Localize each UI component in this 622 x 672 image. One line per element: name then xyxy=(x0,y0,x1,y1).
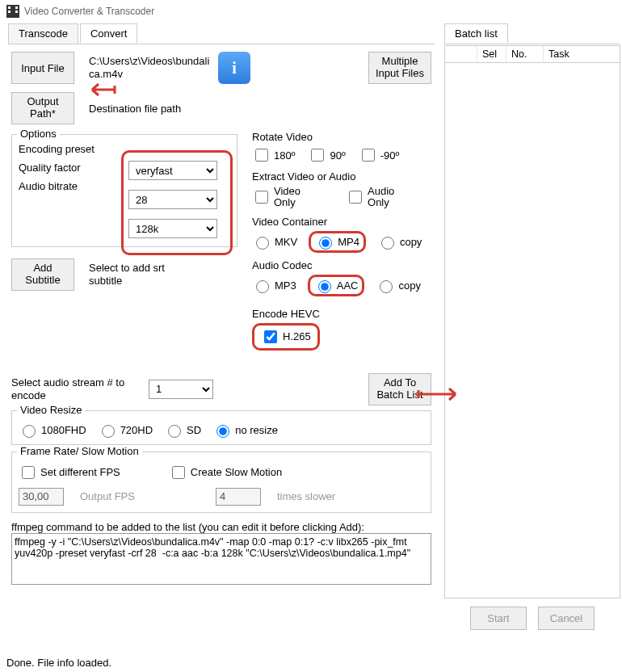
multiple-input-button[interactable]: Multiple Input Files xyxy=(368,52,431,84)
svg-rect-4 xyxy=(15,10,18,13)
quality-factor-select[interactable]: 28 xyxy=(128,190,217,209)
encoding-preset-select[interactable]: veryfast xyxy=(128,161,217,180)
start-button[interactable]: Start xyxy=(470,607,527,630)
framerate-legend: Frame Rate/ Slow Motion xyxy=(17,445,142,457)
times-slower-label: times slower xyxy=(277,490,335,502)
add-subtitle-button[interactable]: Add Subtitle xyxy=(11,258,74,291)
annotation-options-box: veryfast 28 128k xyxy=(121,150,233,255)
rotate-180-check[interactable] xyxy=(255,149,268,162)
status-bar: Done. File info loaded. xyxy=(0,653,622,672)
annotation-arrow-input xyxy=(84,81,116,99)
h265-check[interactable] xyxy=(264,330,277,343)
svg-rect-3 xyxy=(15,6,18,9)
main-tabs: Transcode Convert xyxy=(8,23,435,44)
resize-none-radio[interactable] xyxy=(216,425,229,438)
output-fps-label: Output FPS xyxy=(80,490,135,502)
title-bar: Video Converter & Transcoder xyxy=(0,0,622,23)
tab-convert[interactable]: Convert xyxy=(80,23,138,44)
fps-input[interactable] xyxy=(19,488,64,506)
input-file-button[interactable]: Input File xyxy=(11,52,74,84)
info-icon[interactable]: i xyxy=(218,52,250,84)
container-mp4-radio[interactable] xyxy=(319,237,332,250)
cancel-button[interactable]: Cancel xyxy=(538,607,595,630)
video-container-label: Video Container xyxy=(252,216,430,228)
app-icon xyxy=(6,5,19,18)
ffmpeg-hint: ffmpeg command to be added to the list (… xyxy=(11,521,431,533)
codec-mp3-radio[interactable] xyxy=(256,280,269,293)
audio-stream-label: Select audio stream # to encode xyxy=(11,376,132,401)
framerate-group: Frame Rate/ Slow Motion Set different FP… xyxy=(11,452,431,513)
audio-codec-label: Audio Codec xyxy=(252,259,430,271)
batch-table: Sel No. Task xyxy=(444,45,620,598)
quality-factor-label: Quality factor xyxy=(19,162,116,174)
ffmpeg-command-input[interactable]: ffmpeg -y -i "C:\Users\z\Videos\bundalic… xyxy=(11,533,431,585)
tab-batch-list[interactable]: Batch list xyxy=(444,23,508,44)
batch-col-no[interactable]: No. xyxy=(506,46,544,62)
options-legend: Options xyxy=(17,128,60,140)
resize-720-radio[interactable] xyxy=(102,425,115,438)
rotate-label: Rotate Video xyxy=(252,131,430,143)
slow-motion-check[interactable] xyxy=(172,466,185,479)
container-copy-radio[interactable] xyxy=(381,237,394,250)
resize-sd-radio[interactable] xyxy=(168,425,181,438)
encode-hevc-label: Encode HEVC xyxy=(252,308,430,320)
svg-rect-2 xyxy=(8,10,11,13)
input-file-path: C:\Users\z\Videos\bundalica.m4v xyxy=(89,55,210,80)
annotation-arrow-batch xyxy=(417,385,465,403)
slow-input[interactable] xyxy=(216,488,261,506)
audio-only-check[interactable] xyxy=(349,191,362,204)
codec-copy-radio[interactable] xyxy=(380,280,393,293)
batch-col-blank[interactable] xyxy=(445,46,477,62)
svg-rect-1 xyxy=(8,6,11,9)
dest-path-label: Destination file path xyxy=(89,103,181,115)
extract-label: Extract Video or Audio xyxy=(252,170,430,183)
encoding-preset-label: Encoding preset xyxy=(19,143,116,155)
audio-bitrate-select[interactable]: 128k xyxy=(128,219,217,238)
audio-stream-select[interactable]: 1 xyxy=(149,380,213,399)
rotate-m90-check[interactable] xyxy=(362,149,375,162)
video-resize-group: Video Resize 1080FHD 720HD SD no resize xyxy=(11,410,431,445)
tab-transcode[interactable]: Transcode xyxy=(8,23,78,44)
container-mkv-radio[interactable] xyxy=(256,237,269,250)
video-resize-legend: Video Resize xyxy=(17,404,85,416)
rotate-90-check[interactable] xyxy=(311,149,324,162)
set-fps-check[interactable] xyxy=(22,466,35,479)
window-title: Video Converter & Transcoder xyxy=(24,6,154,17)
video-only-check[interactable] xyxy=(255,191,268,204)
codec-aac-radio[interactable] xyxy=(318,280,331,293)
audio-bitrate-label: Audio bitrate xyxy=(19,180,116,192)
batch-col-task[interactable]: Task xyxy=(544,46,620,62)
batch-col-sel[interactable]: Sel xyxy=(477,46,506,62)
output-path-button[interactable]: Output Path* xyxy=(11,92,74,124)
subtitle-hint: Select to add srt subtitle xyxy=(89,262,186,287)
resize-1080-radio[interactable] xyxy=(23,425,36,438)
batch-tabs: Batch list xyxy=(444,23,620,44)
